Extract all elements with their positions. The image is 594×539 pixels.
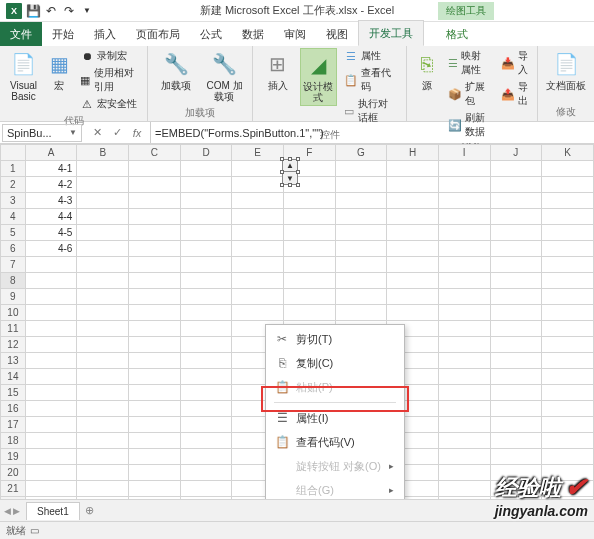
- cell[interactable]: [77, 305, 129, 321]
- col-header[interactable]: J: [490, 145, 542, 161]
- properties-button[interactable]: ☰ 属性: [341, 48, 400, 64]
- cell[interactable]: [387, 305, 439, 321]
- cell[interactable]: [25, 321, 77, 337]
- cell[interactable]: [335, 209, 387, 225]
- cell[interactable]: [438, 289, 490, 305]
- record-macro-button[interactable]: ⏺ 录制宏: [77, 48, 141, 64]
- row-header[interactable]: 7: [1, 257, 26, 273]
- cell[interactable]: [438, 209, 490, 225]
- row-header[interactable]: 20: [1, 465, 26, 481]
- cell[interactable]: [232, 241, 284, 257]
- cell[interactable]: [490, 225, 542, 241]
- cell[interactable]: [129, 497, 181, 500]
- cell[interactable]: [180, 321, 232, 337]
- cell[interactable]: [77, 417, 129, 433]
- export-button[interactable]: 📤 导出: [498, 79, 531, 109]
- cell[interactable]: [25, 385, 77, 401]
- cell[interactable]: [77, 257, 129, 273]
- cell[interactable]: [490, 305, 542, 321]
- tab-formulas[interactable]: 公式: [190, 22, 232, 46]
- row-header[interactable]: 17: [1, 417, 26, 433]
- cell[interactable]: [438, 161, 490, 177]
- cell[interactable]: 4-1: [25, 161, 77, 177]
- cell[interactable]: [490, 369, 542, 385]
- cell[interactable]: [542, 417, 594, 433]
- cell[interactable]: [180, 177, 232, 193]
- cell[interactable]: [232, 257, 284, 273]
- cell[interactable]: [542, 225, 594, 241]
- cell[interactable]: [129, 209, 181, 225]
- cell[interactable]: [77, 385, 129, 401]
- com-addins-button[interactable]: 🔧 COM 加载项: [202, 48, 246, 104]
- cell[interactable]: [490, 353, 542, 369]
- cell[interactable]: [490, 401, 542, 417]
- cell[interactable]: [25, 289, 77, 305]
- cell[interactable]: [129, 385, 181, 401]
- cell[interactable]: [283, 209, 335, 225]
- tab-review[interactable]: 审阅: [274, 22, 316, 46]
- cell[interactable]: [490, 289, 542, 305]
- row-header[interactable]: 11: [1, 321, 26, 337]
- tab-data[interactable]: 数据: [232, 22, 274, 46]
- cell[interactable]: [232, 305, 284, 321]
- cell[interactable]: [490, 257, 542, 273]
- cell[interactable]: [129, 305, 181, 321]
- save-icon[interactable]: 💾: [26, 4, 40, 18]
- cell[interactable]: [77, 433, 129, 449]
- cell[interactable]: [129, 465, 181, 481]
- resize-handle[interactable]: [296, 157, 300, 161]
- cell[interactable]: [283, 193, 335, 209]
- cell[interactable]: [283, 257, 335, 273]
- cell[interactable]: [129, 177, 181, 193]
- addins-button[interactable]: 🔧 加载项: [154, 48, 198, 93]
- cell[interactable]: [542, 385, 594, 401]
- cell[interactable]: [335, 257, 387, 273]
- cell[interactable]: [490, 433, 542, 449]
- row-header[interactable]: 8: [1, 273, 26, 289]
- cell[interactable]: [180, 225, 232, 241]
- cell[interactable]: [438, 433, 490, 449]
- resize-handle[interactable]: [280, 170, 284, 174]
- cell[interactable]: [77, 273, 129, 289]
- cell[interactable]: [438, 305, 490, 321]
- cell[interactable]: [490, 177, 542, 193]
- cell[interactable]: [387, 177, 439, 193]
- formula-input[interactable]: =EMBED("Forms.SpinButton.1",""): [150, 122, 594, 143]
- cell[interactable]: [387, 161, 439, 177]
- cell[interactable]: [542, 321, 594, 337]
- cell[interactable]: [490, 449, 542, 465]
- cell[interactable]: [542, 257, 594, 273]
- cell[interactable]: [438, 353, 490, 369]
- undo-icon[interactable]: ↶: [44, 4, 58, 18]
- cell[interactable]: [25, 417, 77, 433]
- cell[interactable]: [129, 353, 181, 369]
- cell[interactable]: [25, 257, 77, 273]
- cell[interactable]: 4-6: [25, 241, 77, 257]
- cell[interactable]: [438, 385, 490, 401]
- resize-handle[interactable]: [280, 183, 284, 187]
- cell[interactable]: [438, 321, 490, 337]
- cell[interactable]: [490, 161, 542, 177]
- ctx-properties[interactable]: ☰ 属性(I): [266, 406, 404, 430]
- cell[interactable]: [129, 369, 181, 385]
- cell[interactable]: [77, 449, 129, 465]
- tab-file[interactable]: 文件: [0, 22, 42, 46]
- cell[interactable]: [232, 225, 284, 241]
- cell[interactable]: [77, 225, 129, 241]
- cell[interactable]: [335, 273, 387, 289]
- cell[interactable]: [542, 193, 594, 209]
- cell[interactable]: [335, 161, 387, 177]
- cell[interactable]: [387, 241, 439, 257]
- cell[interactable]: [438, 257, 490, 273]
- cell[interactable]: [283, 241, 335, 257]
- cell[interactable]: [77, 193, 129, 209]
- cell[interactable]: [25, 401, 77, 417]
- resize-handle[interactable]: [296, 170, 300, 174]
- cell[interactable]: [25, 273, 77, 289]
- col-header[interactable]: C: [129, 145, 181, 161]
- cell[interactable]: 4-3: [25, 193, 77, 209]
- cell[interactable]: [542, 241, 594, 257]
- import-button[interactable]: 📥 导入: [498, 48, 531, 78]
- col-header[interactable]: B: [77, 145, 129, 161]
- sheet-next-icon[interactable]: ▶: [13, 506, 20, 516]
